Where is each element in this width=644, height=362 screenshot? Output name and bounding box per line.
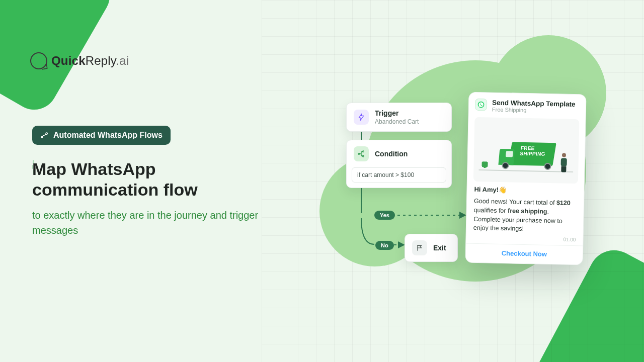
headline: Map WhatsApp communication flow — [32, 159, 259, 201]
subheadline: to exactly where they are in the journey… — [32, 208, 259, 238]
trigger-title: Trigger — [375, 109, 419, 117]
wave-emoji-icon: 👋 — [499, 186, 507, 194]
feature-pill: Automated WhatsApp Flows — [32, 126, 171, 145]
truck-badge-text: FREE SHIPPING — [520, 146, 546, 157]
brand-wordmark: QuickReply.ai — [51, 54, 129, 68]
brand-mark-icon — [30, 52, 47, 69]
feature-pill-label: Automated WhatsApp Flows — [53, 131, 163, 140]
brand-logo: QuickReply.ai — [30, 52, 129, 69]
whatsapp-template-card: Send WhatsApp Template Free Shipping FRE… — [465, 92, 586, 265]
branch-icon — [354, 146, 369, 161]
person-icon — [559, 153, 569, 172]
free-shipping-truck-icon: FREE SHIPPING — [495, 138, 555, 171]
exit-title: Exit — [433, 244, 446, 252]
canvas: Trigger Abandoned Cart Condition if cart… — [262, 0, 644, 362]
template-image-preview: FREE SHIPPING — [473, 117, 580, 184]
flag-icon — [412, 240, 427, 255]
trigger-subtitle: Abandoned Cart — [375, 118, 419, 125]
flow-icon — [40, 131, 48, 139]
condition-title: Condition — [375, 150, 408, 158]
condition-expression-input[interactable]: if cart amount > $100 — [352, 167, 446, 183]
message-salutation: Hi Amy!👋 — [474, 186, 577, 195]
branch-chip-no: No — [375, 241, 394, 250]
message-body: Good news! Your cart total of $120 quali… — [473, 197, 577, 235]
checkout-button[interactable]: Checkout Now — [465, 243, 583, 265]
branch-chip-yes: Yes — [374, 211, 395, 220]
flow-node-exit[interactable]: Exit — [405, 234, 458, 262]
whatsapp-icon — [475, 99, 487, 111]
flow-node-condition[interactable]: Condition if cart amount > $100 — [346, 140, 452, 188]
flow-node-trigger[interactable]: Trigger Abandoned Cart — [346, 103, 452, 132]
bolt-icon — [354, 110, 369, 125]
